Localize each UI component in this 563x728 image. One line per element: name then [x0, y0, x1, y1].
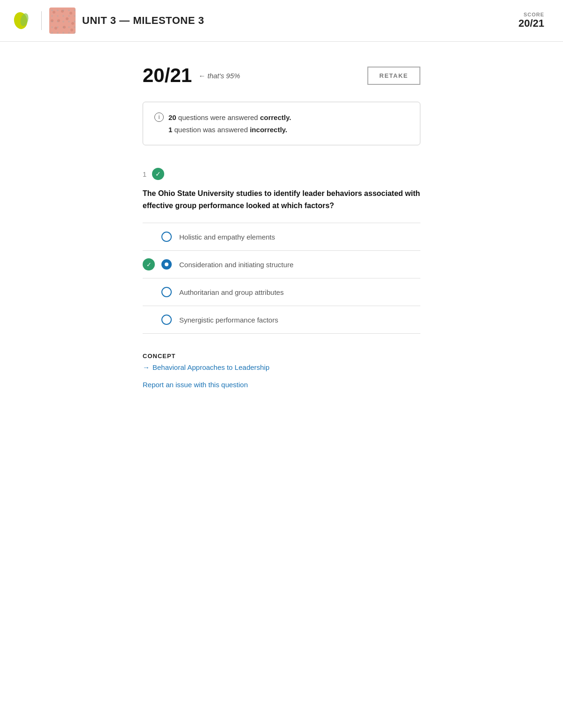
radio-inner-dot	[165, 263, 168, 266]
unit-thumbnail	[49, 8, 76, 34]
header: UNIT 3 — MILESTONE 3 SCORE 20/21	[0, 0, 563, 42]
svg-point-5	[51, 19, 53, 22]
concept-section: CONCEPT → Behavioral Approaches to Leade…	[143, 353, 420, 389]
svg-point-6	[57, 19, 60, 22]
score-label: SCORE	[518, 12, 544, 17]
svg-point-3	[61, 10, 64, 13]
option-item-selected: ✓ Consideration and initiating structure	[143, 251, 420, 278]
correct-count: 20	[168, 113, 176, 121]
correct-text: questions were answered correctly.	[178, 113, 291, 121]
svg-point-7	[66, 17, 68, 20]
report-issue-link[interactable]: Report an issue with this question	[143, 381, 248, 389]
score-value: 20/21	[518, 17, 544, 30]
options-list: Holistic and empathy elements ✓ Consider…	[143, 223, 420, 334]
option-item-3: Authoritarian and group attributes	[143, 278, 420, 306]
concept-link-text: Behavioral Approaches to Leadership	[152, 363, 269, 371]
radio-button-3[interactable]	[161, 287, 172, 297]
question-text: The Ohio State University studies to ide…	[143, 188, 420, 211]
header-divider	[41, 11, 42, 30]
header-score-box: SCORE 20/21	[518, 12, 544, 30]
question-number: 1	[143, 170, 146, 178]
svg-point-8	[71, 22, 74, 25]
incorrect-count: 1	[168, 126, 172, 134]
score-row: 20/21 ← that's 95% RETAKE	[143, 64, 420, 87]
radio-button-1[interactable]	[161, 232, 172, 242]
incorrectly-label: incorrectly.	[250, 126, 287, 134]
radio-button-2-filled[interactable]	[161, 259, 172, 270]
correct-check-icon: ✓	[143, 258, 155, 270]
svg-point-2	[53, 11, 55, 14]
question-block: 1 ✓ The Ohio State University studies to…	[143, 168, 420, 334]
info-icon: i	[154, 113, 164, 122]
concept-label: CONCEPT	[143, 353, 420, 360]
info-box: i 20 questions were answered correctly. …	[143, 102, 420, 145]
svg-point-10	[63, 26, 66, 29]
correct-checkmark-icon: ✓	[146, 261, 152, 268]
app-logo	[11, 9, 34, 32]
retake-button[interactable]: RETAKE	[367, 67, 420, 85]
option-item: Holistic and empathy elements	[143, 223, 420, 251]
arrow-right-icon: →	[143, 363, 150, 371]
option-text-3: Authoritarian and group attributes	[179, 288, 284, 296]
score-tagline: ← that's 95%	[198, 72, 240, 80]
question-number-row: 1 ✓	[143, 168, 420, 180]
option-text-1: Holistic and empathy elements	[179, 233, 275, 241]
question-correct-indicator: ✓	[152, 168, 164, 180]
unit-title: UNIT 3 — MILESTONE 3	[82, 15, 204, 27]
info-text: 20 questions were answered correctly. 1 …	[168, 112, 291, 135]
option-text-2: Consideration and initiating structure	[179, 261, 293, 269]
svg-point-11	[70, 29, 73, 31]
incorrect-text: question was answered incorrectly.	[175, 126, 288, 134]
concept-link[interactable]: → Behavioral Approaches to Leadership	[143, 363, 420, 371]
checkmark-icon: ✓	[155, 170, 161, 178]
big-score-container: 20/21 ← that's 95%	[143, 64, 240, 87]
svg-point-4	[69, 12, 72, 15]
big-score-number: 20/21	[143, 64, 192, 87]
option-text-4: Synergistic performance factors	[179, 316, 278, 324]
correctly-label: correctly.	[260, 113, 291, 121]
main-content: 20/21 ← that's 95% RETAKE i 20 questions…	[131, 42, 432, 412]
svg-point-9	[54, 27, 57, 30]
radio-button-4[interactable]	[161, 315, 172, 325]
option-item-4: Synergistic performance factors	[143, 306, 420, 334]
